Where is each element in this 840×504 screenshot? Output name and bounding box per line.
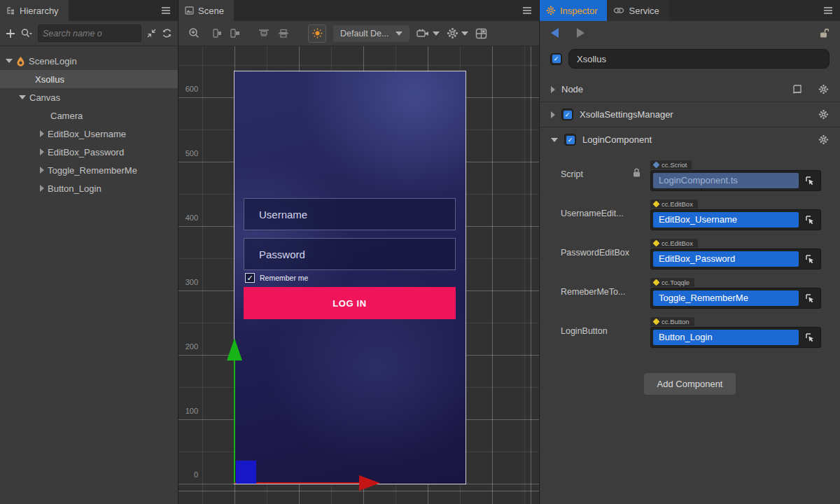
tab-service[interactable]: Service (607, 0, 668, 21)
history-back-button[interactable] (551, 28, 559, 38)
origin-gizmo-handle[interactable] (236, 461, 256, 484)
node-ref-wrap: EditBox_Username (650, 209, 821, 230)
align-left-icon[interactable] (211, 28, 223, 38)
collapsed-arrow-icon[interactable] (40, 167, 44, 174)
node-active-checkbox[interactable]: ✓ (550, 53, 562, 65)
scene-toolbar: Default De... (178, 21, 539, 46)
property-label: PasswordEditBox (561, 236, 650, 270)
hierarchy-search-input[interactable] (43, 29, 136, 38)
zoom-tool-icon[interactable] (188, 27, 200, 39)
service-tab-label: Service (629, 6, 659, 16)
scene-asset-icon (16, 56, 25, 66)
component-settings-gear-icon[interactable] (818, 134, 829, 145)
login-button[interactable]: LOG IN (244, 287, 456, 319)
history-forward-button[interactable] (577, 28, 584, 38)
collapsed-arrow-icon[interactable] (551, 86, 555, 93)
node-picker-button[interactable] (801, 290, 818, 306)
tree-node-editbox-username[interactable]: EditBox_Username (0, 125, 178, 143)
inspector-tabbar: Inspector Service (540, 0, 840, 21)
type-diamond-icon (653, 201, 660, 208)
tab-hierarchy[interactable]: Hierarchy (0, 0, 69, 21)
property-value: cc.Scriot LoginComponent.ts (650, 158, 821, 191)
xsolla-settings-manager-header[interactable]: ✓ XsollaSettingsManager (540, 102, 840, 127)
node-picker-button[interactable] (801, 330, 818, 345)
x-axis-arrow-icon[interactable] (359, 475, 380, 491)
tree-node-label: Button_Login (48, 183, 102, 194)
align-center-icon[interactable] (230, 28, 241, 38)
hierarchy-menu-icon[interactable] (154, 0, 178, 21)
node-picker-button[interactable] (801, 251, 818, 267)
ruler-label: 200 (181, 342, 198, 351)
checkbox-checked-icon[interactable]: ✓ (245, 273, 255, 283)
expand-arrow-icon[interactable] (6, 59, 13, 63)
light-icon (312, 28, 323, 38)
layout-grid-icon[interactable] (475, 28, 487, 39)
collapsed-arrow-icon[interactable] (40, 148, 44, 155)
scene-settings-dropdown[interactable] (447, 27, 468, 39)
create-node-button[interactable] (6, 29, 15, 38)
node-section-header[interactable]: Node (540, 77, 840, 102)
camera-view-dropdown[interactable] (416, 29, 440, 38)
refresh-icon[interactable] (162, 28, 172, 38)
type-badge: cc.EditBox (650, 239, 698, 248)
tree-node-xsollus[interactable]: Xsollus (0, 70, 178, 88)
collapsed-arrow-icon[interactable] (40, 130, 44, 137)
component-settings-gear-icon[interactable] (818, 109, 829, 120)
y-axis-arrow-icon[interactable] (227, 338, 242, 360)
search-filter-icon[interactable] (20, 28, 33, 38)
device-resolution-dropdown[interactable]: Default De... (333, 25, 410, 42)
inspector-nav-bar (540, 21, 840, 45)
property-value: cc.Button Button_Login (650, 314, 821, 348)
expand-arrow-icon[interactable] (19, 95, 26, 99)
script-asset-field[interactable]: LoginComponent.ts (653, 173, 799, 188)
component-enabled-checkbox[interactable]: ✓ (561, 108, 573, 120)
collapsed-arrow-icon[interactable] (551, 111, 555, 118)
asset-picker-button[interactable] (801, 173, 818, 188)
scene-tab-label: Scene (198, 6, 224, 16)
ruler-label: 0 (181, 470, 198, 479)
tree-node-button-login[interactable]: Button_Login (0, 179, 178, 197)
docs-book-icon[interactable] (792, 85, 802, 94)
username-editbox-property-row: UsernameEdit... cc.EditBox EditBox_Usern… (561, 197, 830, 230)
remember-me-toggle[interactable]: ✓ Remember me (245, 273, 308, 283)
hierarchy-tabbar-fill (69, 0, 154, 21)
node-settings-gear-icon[interactable] (818, 84, 829, 94)
node-name-input[interactable] (568, 49, 830, 69)
expand-arrow-icon[interactable] (551, 138, 558, 142)
type-badge: cc.EditBox (650, 200, 698, 209)
scene-viewport[interactable]: 600 500 400 300 200 100 0 Username Passw… (178, 46, 539, 504)
node-reference-field[interactable]: EditBox_Password (653, 251, 799, 267)
tree-node-canvas[interactable]: Canvas (0, 88, 178, 106)
tree-node-toggle-rememberme[interactable]: Toggle_RememberMe (0, 161, 178, 179)
add-component-button[interactable]: Add Component (644, 373, 736, 395)
collapsed-arrow-icon[interactable] (40, 185, 44, 192)
tab-scene[interactable]: Scene (178, 0, 234, 21)
y-axis-gizmo[interactable] (234, 360, 235, 484)
distribute-middle-icon[interactable] (277, 28, 290, 38)
tree-node-editbox-password[interactable]: EditBox_Password (0, 143, 178, 161)
tree-node-camera[interactable]: Camera (0, 106, 178, 125)
scene-light-toggle[interactable] (308, 24, 326, 43)
unlock-icon[interactable] (819, 28, 829, 38)
tree-node-scenelogin[interactable]: SceneLogin (0, 52, 178, 70)
chevron-down-icon (433, 31, 440, 36)
username-placeholder: Username (259, 209, 307, 220)
component-enabled-checkbox[interactable]: ✓ (564, 134, 576, 146)
design-canvas[interactable]: Username Password ✓ Remember me LOG IN (234, 71, 465, 484)
username-editbox[interactable]: Username (244, 198, 456, 230)
inspector-menu-icon[interactable] (816, 0, 840, 21)
scene-tab-icon (185, 6, 194, 15)
node-picker-button[interactable] (801, 212, 818, 227)
node-reference-field[interactable]: Button_Login (653, 330, 799, 345)
node-reference-field[interactable]: Toggle_RememberMe (653, 290, 799, 306)
hierarchy-tabbar: Hierarchy (0, 0, 178, 21)
scene-menu-icon[interactable] (515, 0, 539, 21)
login-component-header[interactable]: ✓ LoginComponent (540, 127, 840, 152)
distribute-top-icon[interactable] (258, 28, 270, 38)
tab-inspector[interactable]: Inspector (540, 0, 607, 21)
password-editbox[interactable]: Password (244, 238, 456, 270)
node-reference-field[interactable]: EditBox_Username (653, 212, 799, 227)
collapse-all-icon[interactable] (146, 28, 157, 38)
scene-panel: Scene (178, 0, 539, 504)
rememberme-toggle-property-row: RemeberMeTo... cc.Toqqle Toggle_Remember… (561, 275, 830, 309)
